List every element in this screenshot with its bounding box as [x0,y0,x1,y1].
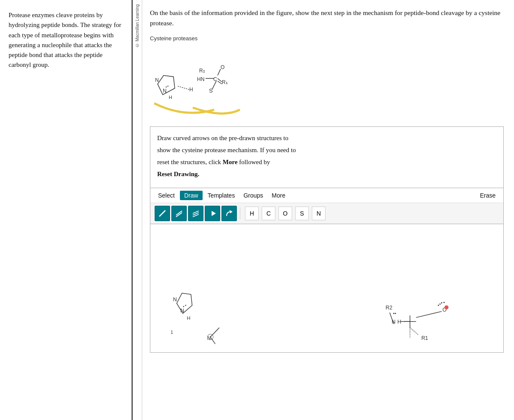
figure-area: Cysteine proteases N N H R₂ HN [150,35,504,120]
triple-bond-tool[interactable] [188,206,203,221]
erase-button[interactable]: Erase [476,191,499,200]
svg-line-19 [159,210,165,216]
svg-line-10 [218,69,221,75]
figure-svg: N N H R₂ HN C O R₁ [150,43,248,118]
instruction-more: More [223,159,238,165]
svg-marker-26 [230,210,233,213]
instruction-reset: Reset Drawing. [157,171,199,177]
toolbar-separator [240,207,240,219]
instruction-toolbar-container: Draw curved arrows on the pre-drawn stru… [150,126,504,353]
svg-text:HN: HN [197,76,204,82]
svg-point-5 [167,86,168,87]
drawing-canvas[interactable]: N N H 1 N R2 [150,224,504,353]
svg-text:H: H [187,315,190,321]
svg-point-53 [439,303,441,305]
svg-text:H: H [189,87,193,93]
templates-button[interactable]: Templates [204,191,239,200]
instruction-line3: reset the structures, click [157,159,223,165]
svg-point-54 [441,302,442,303]
svg-point-51 [445,305,448,309]
svg-text:H: H [169,95,172,100]
svg-text:N: N [180,308,184,314]
instruction-line1: Draw curved arrows on the pre-drawn stru… [157,135,288,141]
figure-label: Cysteine proteases [150,35,197,42]
svg-text:N: N [155,77,159,83]
svg-text:1: 1 [170,330,173,335]
svg-text:N: N [173,297,177,303]
svg-text:N: N [163,88,167,94]
atom-S-button[interactable]: S [295,207,309,220]
svg-text:R2: R2 [386,305,392,311]
svg-text:C: C [213,76,217,82]
svg-text:R₁: R₁ [222,79,228,85]
svg-point-39 [393,313,394,314]
groups-button[interactable]: Groups [240,191,266,200]
double-bond-tool[interactable] [171,206,187,221]
more-button[interactable]: More [268,191,289,200]
atom-C-button[interactable]: C [262,207,275,220]
svg-text:H: H [397,319,401,325]
svg-point-52 [438,305,439,306]
svg-line-48 [410,328,418,335]
svg-marker-27 [177,293,192,313]
svg-point-55 [443,302,445,303]
svg-text:R₂: R₂ [199,68,205,74]
arrow-tool[interactable] [205,206,220,221]
svg-text:O: O [221,64,224,70]
svg-line-18 [178,86,189,90]
svg-point-4 [166,87,167,87]
atom-N-button[interactable]: N [312,207,326,220]
draw-tool-button[interactable]: Draw [180,191,203,200]
toolbar-tools-row: H C O S N [150,203,503,224]
draw-toolbar: Select Draw Templates Groups More Erase [150,188,504,224]
svg-point-40 [395,313,396,314]
right-panel: On the basis of the information provided… [142,0,514,420]
left-panel: Protease enzymes cleave proteins by hydr… [0,0,133,420]
instruction-line3b: followed by [238,159,270,165]
toolbar-menu-row: Select Draw Templates Groups More Erase [150,188,503,203]
instruction-box: Draw curved arrows on the pre-drawn stru… [150,126,504,188]
svg-point-32 [185,305,186,306]
instruction-line2: show the cysteine protease mechanism. If… [157,147,296,153]
question-text: On the basis of the information provided… [150,8,504,28]
select-tool-button[interactable]: Select [155,191,178,200]
copyright-label: © Macmillan Learning [133,0,142,420]
single-bond-tool[interactable] [155,206,170,221]
canvas-svg: N N H 1 N R2 [150,224,503,346]
svg-line-36 [210,328,219,337]
curved-arrow-tool[interactable] [221,206,237,221]
left-text: Protease enzymes cleave proteins by hydr… [9,10,123,70]
atom-H-button[interactable]: H [245,207,259,220]
svg-line-56 [416,312,442,318]
svg-line-16 [212,81,216,90]
svg-point-31 [183,306,184,307]
svg-text:R1: R1 [421,335,428,341]
svg-marker-25 [212,211,216,216]
cysteine-protease-figure: N N H R₂ HN C O R₁ [150,43,248,120]
atom-O-button[interactable]: O [278,207,292,220]
